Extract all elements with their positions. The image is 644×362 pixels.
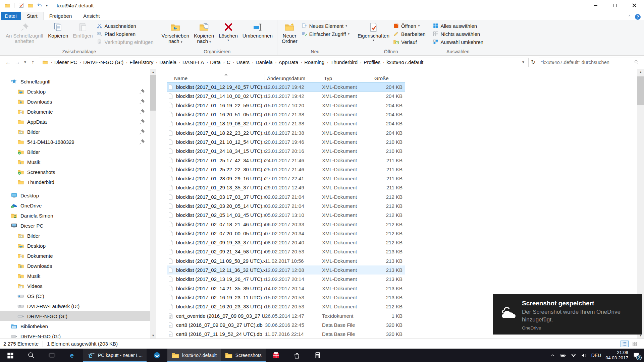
maximize-button[interactable] xyxy=(605,0,625,11)
sidebar-item-musik[interactable]: ♪Musik xyxy=(0,157,150,167)
breadcrumb-segment-filehistory[interactable]: FileHistory xyxy=(128,59,155,65)
file-row[interactable]: blocklist (2017_02_03 20_05_14 UTC).xml0… xyxy=(167,201,405,210)
tab-datei[interactable]: Datei xyxy=(1,12,21,20)
scroll-down-icon[interactable]: ▼ xyxy=(150,333,156,339)
action-center-button[interactable]: 2 xyxy=(633,352,640,359)
file-row[interactable]: blocklist (2017_02_07 18_21_46 UTC).xml0… xyxy=(167,220,405,229)
sidebar-item-os-c[interactable]: OS (C:) xyxy=(0,291,150,301)
file-row[interactable]: blocklist (2017_01_16 20_51_05 UTC).xml1… xyxy=(167,110,405,119)
verlauf-button[interactable]: Verlauf xyxy=(393,39,426,45)
ausschneiden-button[interactable]: Ausschneiden xyxy=(97,22,154,29)
breadcrumb-segment-dieser-pc[interactable]: Dieser PC xyxy=(53,59,78,65)
back-button[interactable]: ← xyxy=(3,58,13,67)
file-row[interactable]: blocklist (2017_01_24 18_34_15 UTC).xml2… xyxy=(167,146,405,156)
pin-icon[interactable] xyxy=(139,138,145,145)
taskbar-button-edge[interactable]: e xyxy=(62,349,83,362)
breadcrumb-segment-users[interactable]: Users xyxy=(235,59,251,65)
refresh-button[interactable]: ↻ xyxy=(529,58,538,67)
sidebar-item-desktop[interactable]: Desktop xyxy=(0,241,150,251)
file-row[interactable]: blocklist (2017_02_13 19_26_47 UTC).xml1… xyxy=(167,275,405,284)
taskbar-button-store[interactable] xyxy=(286,349,307,362)
taskbar-button-pc-kaputt-neuer-l[interactable]: ePC kaputt - neuer L... xyxy=(83,349,147,362)
kopieren-button[interactable]: Kopieren xyxy=(46,21,70,40)
file-row[interactable]: blocklist (2017_01_16 19_22_59 UTC).xml1… xyxy=(167,101,405,110)
sidebar-item-thunderbird[interactable]: Thunderbird xyxy=(0,177,150,187)
sidebar-item-bilder[interactable]: Bilder xyxy=(0,147,150,157)
pin-icon[interactable] xyxy=(139,98,145,105)
breadcrumb-segment-appdata[interactable]: AppData xyxy=(277,59,300,65)
scroll-up-icon[interactable]: ▲ xyxy=(150,69,156,75)
qat-customize-caret[interactable]: ▾ xyxy=(46,4,48,7)
sidebar-item-downloads[interactable]: Downloads xyxy=(0,97,150,107)
file-row[interactable]: blocklist (2017_01_18 22_23_22 UTC).xml1… xyxy=(167,128,405,137)
file-row[interactable]: blocklist (2017_02_11 09_58_29 UTC).xml1… xyxy=(167,256,405,265)
file-row[interactable]: blocklist (2017_02_14 21_35_39 UTC).xml1… xyxy=(167,284,405,293)
sidebar-item-dokumente[interactable]: Dokumente xyxy=(0,107,150,117)
minimize-button[interactable] xyxy=(586,0,605,11)
sidebar-item-dokumente[interactable]: Dokumente xyxy=(0,251,150,261)
pin-icon[interactable] xyxy=(139,118,145,125)
verschieben-nach-button[interactable]: Verschiebennach ▾ xyxy=(159,21,192,46)
sidebar-item-bibliotheken[interactable]: Bibliotheken xyxy=(0,321,150,331)
sidebar-item-bilder[interactable]: Bilder xyxy=(0,127,150,137)
file-row[interactable]: blocklist (2017_01_25 17_42_34 UTC).xml2… xyxy=(167,156,405,165)
details-view-button[interactable] xyxy=(621,341,629,347)
forward-button[interactable]: → xyxy=(13,58,22,67)
file-row[interactable]: blocklist (2017_01_14 10_00_02 UTC).xml1… xyxy=(167,92,405,101)
breadcrumb-segment-profiles[interactable]: Profiles xyxy=(362,59,382,65)
address-dropdown-caret[interactable]: ▼ xyxy=(522,60,527,64)
search-icon[interactable] xyxy=(634,60,639,65)
breadcrumb-segment-c[interactable]: C xyxy=(225,59,232,65)
file-row[interactable]: blocklist (2017_01_28 09_29_16 UTC).xml2… xyxy=(167,174,405,183)
clock[interactable]: 21:09 04.03.2017 xyxy=(605,350,628,361)
sidebar-item-dvd-rw-laufwerk-d[interactable]: DVD-RW-Laufwerk (D:) xyxy=(0,301,150,311)
taskbar-button-thunderbird[interactable] xyxy=(147,349,167,362)
kopieren-nach-button[interactable]: Kopierennach ▾ xyxy=(192,21,216,46)
breadcrumb-segment-daniela[interactable]: DANIELA xyxy=(181,59,205,65)
sidebar-item-musik[interactable]: ♪Musik xyxy=(0,271,150,281)
sidebar-item-schnellzugriff[interactable]: Schnellzugriff xyxy=(0,76,150,86)
qat-new-folder-icon[interactable] xyxy=(28,2,34,8)
start-button[interactable] xyxy=(0,349,21,362)
breadcrumb-segment-roaming[interactable]: Roaming xyxy=(303,59,326,65)
help-icon[interactable]: ? xyxy=(635,14,641,20)
breadcrumb-segment-data[interactable]: Data xyxy=(209,59,222,65)
file-row[interactable]: blocklist (2017_02_07 20_00_05 UTC).xml0… xyxy=(167,229,405,238)
column-header-nderungsdatum[interactable]: Änderungsdatum xyxy=(265,74,322,82)
umbenennen-button[interactable]: Umbenennen xyxy=(240,21,275,40)
sidebar-item-onedrive[interactable]: OneDrive xyxy=(0,200,150,210)
address-bar[interactable]: › Dieser PC›DRIVE-N-GO (G:)›FileHistory›… xyxy=(39,58,529,67)
sidebar-item-downloads[interactable]: Downloads xyxy=(0,261,150,271)
file-row[interactable]: blocklist (2017_01_21 10_12_54 UTC).xml2… xyxy=(167,137,405,146)
onedrive-toast[interactable]: Screenshot gespeichert Der Screenshot wu… xyxy=(493,294,642,335)
pin-icon[interactable] xyxy=(139,128,145,135)
volume-icon[interactable] xyxy=(581,352,587,358)
sidebar-item-appdata[interactable]: AppData xyxy=(0,117,150,127)
wifi-icon[interactable] xyxy=(571,352,577,358)
qat-undo-icon[interactable] xyxy=(37,2,43,8)
alles-ausw-hlen-button[interactable]: Alles auswählen xyxy=(433,22,484,29)
file-row[interactable]: cert8 (2016_07_09 09_03_27 UTC).db30.06.… xyxy=(167,320,405,329)
sidebar-item-drive-n-go-g[interactable]: DRIVE-N-GO (G:) xyxy=(0,331,150,339)
neuer-ordner-button[interactable]: NeuerOrdner xyxy=(279,21,300,45)
file-row[interactable]: blocklist (2017_01_12 19_40_57 UTC).xml1… xyxy=(167,82,405,92)
up-button[interactable]: ↑ xyxy=(28,58,38,67)
bearbeiten-button[interactable]: Bearbeiten xyxy=(393,31,426,37)
scroll-up-icon[interactable]: ▲ xyxy=(639,69,642,75)
sidebar-item-desktop[interactable]: Desktop xyxy=(0,190,150,200)
taskbar-button-calculator[interactable] xyxy=(307,349,328,362)
taskbar-button-kxut94o7-default[interactable]: kxut94o7.default xyxy=(167,349,221,362)
battery-icon[interactable] xyxy=(560,352,566,358)
nichts-ausw-hlen-button[interactable]: Nichts auswählen xyxy=(433,31,484,37)
breadcrumb-segment-thunderbird[interactable]: Thunderbird xyxy=(329,59,359,65)
sidebar-item-541-dm118-1688329[interactable]: 541-DM118-1688329 xyxy=(0,137,150,147)
tab-start[interactable]: Start xyxy=(21,12,44,20)
column-header-name[interactable]: Name xyxy=(167,74,265,82)
breadcrumb-segment-drive-n-go-g[interactable]: DRIVE-N-GO (G:) xyxy=(82,59,125,65)
column-header-typ[interactable]: Typ xyxy=(322,74,372,82)
file-row[interactable]: blocklist (2017_01_18 19_08_32 UTC).xml1… xyxy=(167,119,405,128)
file-row[interactable]: cert_override (2016_07_09 09_03_27 UTC).… xyxy=(167,311,405,320)
file-row[interactable]: blocklist (2017_01_25 22_22_30 UTC).xml2… xyxy=(167,165,405,174)
qat-properties-icon[interactable] xyxy=(18,2,24,8)
tray-expand-icon[interactable] xyxy=(550,352,556,358)
